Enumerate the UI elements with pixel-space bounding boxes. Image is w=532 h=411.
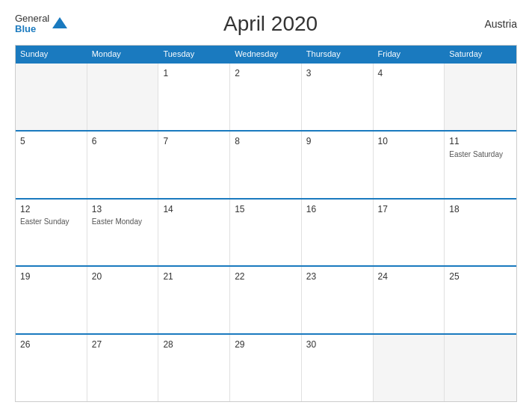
- day-cell-w2-d4: 8: [230, 132, 302, 198]
- day-cell-w1-d2: [87, 64, 159, 130]
- header-wednesday: Wednesday: [230, 46, 302, 62]
- day-number: 23: [306, 271, 368, 283]
- svg-marker-0: [52, 17, 67, 28]
- calendar: Sunday Monday Tuesday Wednesday Thursday…: [15, 45, 517, 402]
- day-cell-w1-d3: 1: [158, 64, 230, 130]
- day-number: 19: [20, 271, 82, 283]
- day-cell-w4-d6: 24: [374, 267, 445, 333]
- day-number: 11: [449, 135, 512, 148]
- page: General Blue April 2020 Austria Sunday M…: [0, 0, 532, 411]
- day-number: 10: [378, 135, 440, 148]
- day-cell-w2-d1: 5: [16, 132, 87, 198]
- header-friday: Friday: [374, 46, 445, 62]
- day-cell-w4-d1: 19: [16, 267, 87, 333]
- country-label: Austria: [472, 18, 517, 30]
- day-number: 27: [92, 339, 154, 351]
- day-number: 7: [163, 135, 225, 148]
- day-number: 3: [306, 67, 368, 80]
- day-cell-w4-d2: 20: [87, 267, 159, 333]
- day-number: 21: [163, 271, 225, 283]
- day-headers: Sunday Monday Tuesday Wednesday Thursday…: [16, 46, 516, 62]
- day-number: 5: [20, 135, 82, 148]
- header: General Blue April 2020 Austria: [15, 12, 517, 36]
- day-cell-w5-d4: 29: [230, 335, 302, 401]
- day-cell-w3-d7: 18: [445, 200, 516, 266]
- day-number: 24: [378, 271, 440, 283]
- logo-general: General: [15, 13, 49, 24]
- day-cell-w4-d4: 22: [230, 267, 302, 333]
- day-cell-w4-d7: 25: [445, 267, 516, 333]
- day-cell-w5-d3: 28: [158, 335, 230, 401]
- header-thursday: Thursday: [302, 46, 374, 62]
- week-2: 567891011Easter Saturday: [16, 130, 516, 198]
- day-number: 29: [235, 339, 297, 351]
- day-cell-w2-d5: 9: [302, 132, 374, 198]
- day-number: 22: [235, 271, 297, 283]
- day-cell-w1-d4: 2: [230, 64, 302, 130]
- holiday-name: Easter Monday: [92, 217, 154, 226]
- day-cell-w4-d3: 21: [158, 267, 230, 333]
- header-sunday: Sunday: [16, 46, 87, 62]
- day-cell-w5-d6: [374, 335, 445, 401]
- header-saturday: Saturday: [445, 46, 516, 62]
- day-number: 15: [235, 203, 297, 216]
- day-number: 14: [163, 203, 225, 216]
- day-cell-w5-d2: 27: [87, 335, 159, 401]
- header-tuesday: Tuesday: [158, 46, 230, 62]
- day-cell-w3-d5: 16: [302, 200, 374, 266]
- day-cell-w1-d7: [445, 64, 516, 130]
- day-number: 17: [378, 203, 440, 216]
- day-cell-w2-d3: 7: [158, 132, 230, 198]
- day-cell-w2-d7: 11Easter Saturday: [445, 132, 516, 198]
- logo: General Blue: [15, 13, 69, 35]
- day-number: 1: [163, 67, 225, 80]
- logo-icon: [51, 15, 69, 33]
- day-cell-w3-d3: 14: [158, 200, 230, 266]
- day-number: 16: [306, 203, 368, 216]
- day-number: 25: [449, 271, 512, 283]
- day-number: 30: [306, 339, 368, 351]
- day-number: 26: [20, 339, 82, 351]
- day-cell-w5-d5: 30: [302, 335, 374, 401]
- day-number: 12: [20, 203, 82, 216]
- holiday-name: Easter Saturday: [449, 149, 512, 159]
- day-cell-w3-d4: 15: [230, 200, 302, 266]
- holiday-name: Easter Sunday: [20, 217, 82, 226]
- day-cell-w5-d1: 26: [16, 335, 87, 401]
- day-cell-w1-d5: 3: [302, 64, 374, 130]
- day-cell-w3-d1: 12Easter Sunday: [16, 200, 87, 266]
- day-cell-w4-d5: 23: [302, 267, 374, 333]
- day-number: 6: [92, 135, 154, 148]
- logo-blue: Blue: [15, 24, 49, 34]
- day-cell-w3-d2: 13Easter Monday: [87, 200, 159, 266]
- day-number: 9: [306, 135, 368, 148]
- day-number: 28: [163, 339, 225, 351]
- week-5: 2627282930: [16, 333, 516, 401]
- weeks: 1234567891011Easter Saturday12Easter Sun…: [16, 62, 516, 401]
- day-cell-w1-d1: [16, 64, 87, 130]
- day-number: 20: [92, 271, 154, 283]
- day-cell-w1-d6: 4: [374, 64, 445, 130]
- day-number: 18: [449, 203, 512, 216]
- day-cell-w2-d6: 10: [374, 132, 445, 198]
- day-number: 4: [378, 67, 440, 80]
- day-cell-w5-d7: [445, 335, 516, 401]
- logo-text: General Blue: [15, 13, 49, 35]
- day-number: 8: [235, 135, 297, 148]
- page-title: April 2020: [69, 12, 472, 36]
- day-cell-w3-d6: 17: [374, 200, 445, 266]
- header-monday: Monday: [87, 46, 159, 62]
- week-1: 1234: [16, 62, 516, 130]
- week-3: 12Easter Sunday13Easter Monday1415161718: [16, 198, 516, 266]
- day-cell-w2-d2: 6: [87, 132, 159, 198]
- week-4: 19202122232425: [16, 265, 516, 333]
- day-number: 2: [235, 67, 297, 80]
- day-number: 13: [92, 203, 154, 216]
